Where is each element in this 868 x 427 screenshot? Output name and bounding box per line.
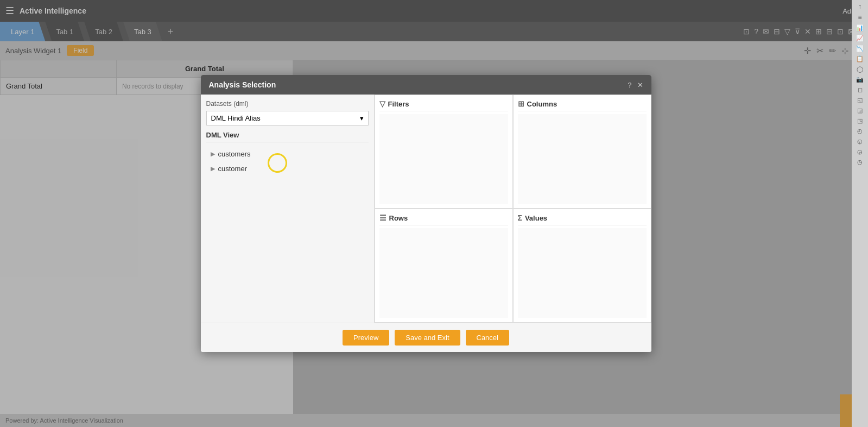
dml-view-label: DML View xyxy=(206,131,369,142)
modal-overlay: Analysis Selection ? ✕ Datasets (dml) DM… xyxy=(0,0,852,427)
sidebar-widget2-icon[interactable]: ◲ xyxy=(857,107,863,114)
analysis-selection-modal: Analysis Selection ? ✕ Datasets (dml) DM… xyxy=(201,75,651,352)
sidebar-widget5-icon[interactable]: ◵ xyxy=(857,138,863,145)
cancel-button[interactable]: Cancel xyxy=(466,330,509,346)
tree-item-customer[interactable]: ▶ customer xyxy=(206,161,369,176)
rows-content[interactable] xyxy=(379,228,508,318)
dataset-value: DML Hindi Alias xyxy=(211,114,261,122)
sidebar-widget3-icon[interactable]: ◳ xyxy=(857,117,863,124)
dropdown-arrow-icon: ▾ xyxy=(360,114,364,122)
filters-content[interactable] xyxy=(379,114,508,204)
modal-body: Datasets (dml) DML Hindi Alias ▾ DML Vie… xyxy=(201,95,651,323)
tree-arrow2-icon: ▶ xyxy=(211,165,215,172)
sidebar-circle-icon[interactable]: ◯ xyxy=(857,66,863,73)
tree-item-label-customers: customers xyxy=(218,150,251,158)
sidebar-up-icon[interactable]: ↑ xyxy=(858,3,861,10)
filter-quad-icon: ▽ xyxy=(379,99,385,108)
sidebar-widget4-icon[interactable]: ◴ xyxy=(857,128,863,135)
modal-header: Analysis Selection ? ✕ xyxy=(201,75,651,95)
sidebar-bar-icon[interactable]: 📊 xyxy=(856,24,864,32)
filters-label: Filters xyxy=(388,100,409,108)
sidebar-table-icon[interactable]: 📋 xyxy=(856,55,864,62)
sidebar-area-icon[interactable]: 📉 xyxy=(856,45,864,52)
tree-item-label-customer: customer xyxy=(218,165,247,173)
sidebar-line-icon[interactable]: 📈 xyxy=(856,35,864,42)
sidebar-box-icon[interactable]: ◻ xyxy=(858,86,863,93)
values-content[interactable] xyxy=(518,228,647,318)
save-exit-button[interactable]: Save and Exit xyxy=(395,330,460,346)
rows-quadrant: ☰ Rows xyxy=(375,209,513,323)
modal-title: Analysis Selection xyxy=(209,80,276,89)
rows-header: ☰ Rows xyxy=(379,214,508,225)
sidebar-photo-icon[interactable]: 📷 xyxy=(856,76,864,83)
sidebar-list-icon[interactable]: ≡ xyxy=(858,14,861,21)
modal-header-actions: ? ✕ xyxy=(628,81,643,89)
columns-quad-icon: ⊞ xyxy=(518,99,524,108)
filters-quadrant: ▽ Filters xyxy=(375,95,513,209)
tree-arrow-icon: ▶ xyxy=(211,150,215,158)
values-quadrant: Σ Values xyxy=(513,209,651,323)
values-quad-icon: Σ xyxy=(518,214,522,222)
columns-content[interactable] xyxy=(518,114,647,204)
preview-button[interactable]: Preview xyxy=(343,330,389,346)
tree-item-customers[interactable]: ▶ customers xyxy=(206,147,369,161)
modal-close-icon[interactable]: ✕ xyxy=(637,81,643,89)
right-sidebar: ↑ ≡ 📊 📈 📉 📋 ◯ 📷 ◻ ◱ ◲ ◳ ◴ ◵ ◶ ◷ xyxy=(852,0,868,427)
columns-quadrant: ⊞ Columns xyxy=(513,95,651,209)
filters-header: ▽ Filters xyxy=(379,99,508,111)
rows-label: Rows xyxy=(389,214,408,222)
values-label: Values xyxy=(525,214,547,222)
sidebar-widget7-icon[interactable]: ◷ xyxy=(857,159,863,166)
columns-header: ⊞ Columns xyxy=(518,99,647,111)
sidebar-widget6-icon[interactable]: ◶ xyxy=(857,148,863,155)
values-header: Σ Values xyxy=(518,214,647,225)
datasets-label: Datasets (dml) xyxy=(206,100,369,108)
modal-help-icon[interactable]: ? xyxy=(628,81,631,89)
rows-quad-icon: ☰ xyxy=(379,214,387,222)
dataset-select[interactable]: DML Hindi Alias ▾ xyxy=(206,111,369,125)
modal-right-panel: ▽ Filters ⊞ Columns ☰ xyxy=(375,95,651,323)
columns-label: Columns xyxy=(527,100,557,108)
modal-footer: Preview Save and Exit Cancel xyxy=(201,323,651,352)
modal-left-panel: Datasets (dml) DML Hindi Alias ▾ DML Vie… xyxy=(201,95,375,323)
sidebar-widget1-icon[interactable]: ◱ xyxy=(857,97,863,104)
